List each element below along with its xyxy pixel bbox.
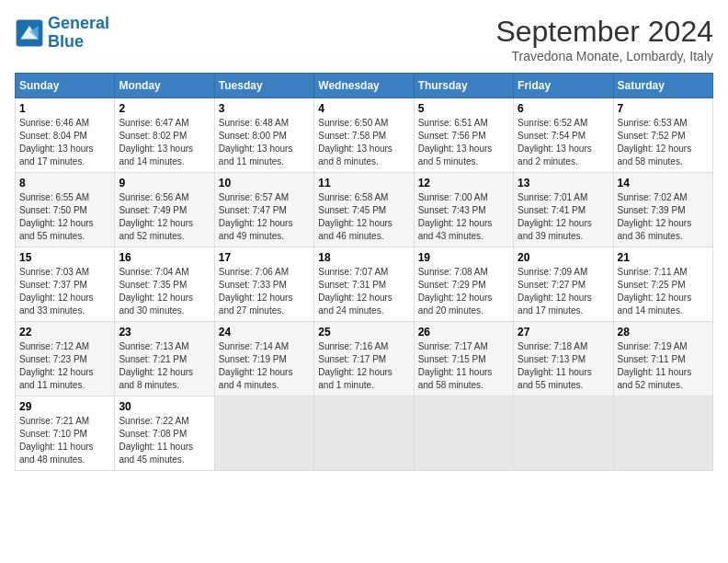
day-cell: 14Sunrise: 7:02 AMSunset: 7:39 PMDayligh… — [613, 173, 712, 247]
day-number: 11 — [318, 177, 409, 190]
day-info: Sunrise: 6:51 AMSunset: 7:56 PMDaylight:… — [418, 117, 509, 168]
day-cell: 6Sunrise: 6:52 AMSunset: 7:54 PMDaylight… — [514, 98, 613, 173]
calendar-table: SundayMondayTuesdayWednesdayThursdayFrid… — [15, 73, 713, 471]
title-block: September 2024 Travedona Monate, Lombard… — [495, 15, 713, 63]
day-number: 3 — [219, 102, 310, 115]
column-header-sunday: Sunday — [16, 74, 115, 98]
day-number: 29 — [19, 400, 110, 413]
day-cell: 29Sunrise: 7:21 AMSunset: 7:10 PMDayligh… — [16, 396, 115, 471]
column-header-tuesday: Tuesday — [214, 74, 313, 98]
column-header-thursday: Thursday — [414, 74, 513, 98]
day-info: Sunrise: 7:09 AMSunset: 7:27 PMDaylight:… — [518, 266, 609, 317]
day-cell: 19Sunrise: 7:08 AMSunset: 7:29 PMDayligh… — [414, 247, 513, 322]
day-info: Sunrise: 7:01 AMSunset: 7:41 PMDaylight:… — [518, 191, 609, 243]
day-info: Sunrise: 6:47 AMSunset: 8:02 PMDaylight:… — [119, 117, 210, 168]
day-number: 20 — [518, 251, 609, 264]
day-number: 2 — [119, 102, 210, 115]
day-number: 10 — [219, 177, 310, 190]
day-number: 26 — [418, 326, 509, 339]
page-title: September 2024 — [495, 15, 713, 49]
day-cell: 5Sunrise: 6:51 AMSunset: 7:56 PMDaylight… — [414, 98, 513, 173]
day-number: 16 — [119, 251, 210, 264]
day-number: 28 — [618, 326, 709, 339]
day-info: Sunrise: 7:00 AMSunset: 7:43 PMDaylight:… — [418, 191, 509, 243]
day-info: Sunrise: 7:18 AMSunset: 7:13 PMDaylight:… — [518, 340, 609, 392]
day-cell: 13Sunrise: 7:01 AMSunset: 7:41 PMDayligh… — [514, 173, 613, 247]
day-info: Sunrise: 7:11 AMSunset: 7:25 PMDaylight:… — [618, 266, 709, 317]
day-info: Sunrise: 6:48 AMSunset: 8:00 PMDaylight:… — [219, 117, 310, 168]
day-info: Sunrise: 6:46 AMSunset: 8:04 PMDaylight:… — [19, 117, 110, 168]
day-info: Sunrise: 7:21 AMSunset: 7:10 PMDaylight:… — [19, 415, 110, 466]
day-info: Sunrise: 6:52 AMSunset: 7:54 PMDaylight:… — [518, 117, 609, 168]
column-header-wednesday: Wednesday — [314, 74, 414, 98]
logo-line1: General — [48, 14, 109, 32]
day-number: 5 — [418, 102, 509, 115]
day-cell: 30Sunrise: 7:22 AMSunset: 7:08 PMDayligh… — [115, 396, 214, 471]
day-number: 21 — [618, 251, 709, 264]
day-number: 14 — [618, 177, 709, 190]
day-number: 17 — [219, 251, 310, 264]
week-row-4: 22Sunrise: 7:12 AMSunset: 7:23 PMDayligh… — [16, 322, 713, 396]
day-cell: 26Sunrise: 7:17 AMSunset: 7:15 PMDayligh… — [414, 322, 513, 396]
day-number: 27 — [518, 326, 609, 339]
day-cell: 24Sunrise: 7:14 AMSunset: 7:19 PMDayligh… — [214, 322, 313, 396]
day-cell: 21Sunrise: 7:11 AMSunset: 7:25 PMDayligh… — [613, 247, 712, 322]
day-number: 1 — [19, 102, 110, 115]
day-cell: 28Sunrise: 7:19 AMSunset: 7:11 PMDayligh… — [613, 322, 712, 396]
day-info: Sunrise: 7:03 AMSunset: 7:37 PMDaylight:… — [19, 266, 110, 317]
day-cell: 11Sunrise: 6:58 AMSunset: 7:45 PMDayligh… — [314, 173, 414, 247]
day-info: Sunrise: 6:57 AMSunset: 7:47 PMDaylight:… — [219, 191, 310, 243]
day-info: Sunrise: 6:56 AMSunset: 7:49 PMDaylight:… — [119, 191, 210, 243]
logo-icon — [15, 18, 44, 48]
day-number: 9 — [119, 177, 210, 190]
day-number: 15 — [19, 251, 110, 264]
day-cell: 12Sunrise: 7:00 AMSunset: 7:43 PMDayligh… — [414, 173, 513, 247]
day-info: Sunrise: 6:58 AMSunset: 7:45 PMDaylight:… — [318, 191, 409, 243]
week-row-2: 8Sunrise: 6:55 AMSunset: 7:50 PMDaylight… — [16, 173, 713, 247]
day-cell — [414, 396, 513, 471]
day-cell: 10Sunrise: 6:57 AMSunset: 7:47 PMDayligh… — [214, 173, 313, 247]
day-number: 30 — [119, 400, 210, 413]
calendar-header: SundayMondayTuesdayWednesdayThursdayFrid… — [16, 74, 713, 98]
day-info: Sunrise: 7:19 AMSunset: 7:11 PMDaylight:… — [618, 340, 709, 392]
day-number: 8 — [19, 177, 110, 190]
logo-text: General Blue — [48, 15, 109, 52]
logo: General Blue — [15, 15, 109, 52]
day-cell: 8Sunrise: 6:55 AMSunset: 7:50 PMDaylight… — [16, 173, 115, 247]
day-cell: 18Sunrise: 7:07 AMSunset: 7:31 PMDayligh… — [314, 247, 414, 322]
day-info: Sunrise: 7:12 AMSunset: 7:23 PMDaylight:… — [19, 340, 110, 392]
day-info: Sunrise: 7:16 AMSunset: 7:17 PMDaylight:… — [318, 340, 409, 392]
day-number: 24 — [219, 326, 310, 339]
column-header-saturday: Saturday — [613, 74, 712, 98]
day-cell: 20Sunrise: 7:09 AMSunset: 7:27 PMDayligh… — [514, 247, 613, 322]
day-cell: 4Sunrise: 6:50 AMSunset: 7:58 PMDaylight… — [314, 98, 414, 173]
day-info: Sunrise: 7:13 AMSunset: 7:21 PMDaylight:… — [119, 340, 210, 392]
column-header-monday: Monday — [115, 74, 214, 98]
day-cell: 22Sunrise: 7:12 AMSunset: 7:23 PMDayligh… — [16, 322, 115, 396]
day-info: Sunrise: 7:02 AMSunset: 7:39 PMDaylight:… — [618, 191, 709, 243]
day-cell — [314, 396, 414, 471]
day-info: Sunrise: 6:50 AMSunset: 7:58 PMDaylight:… — [318, 117, 409, 168]
day-number: 23 — [119, 326, 210, 339]
page-subtitle: Travedona Monate, Lombardy, Italy — [495, 49, 713, 63]
day-number: 22 — [19, 326, 110, 339]
day-info: Sunrise: 7:14 AMSunset: 7:19 PMDaylight:… — [219, 340, 310, 392]
day-number: 12 — [418, 177, 509, 190]
day-number: 13 — [518, 177, 609, 190]
day-cell: 25Sunrise: 7:16 AMSunset: 7:17 PMDayligh… — [314, 322, 414, 396]
day-cell — [613, 396, 712, 471]
day-info: Sunrise: 7:08 AMSunset: 7:29 PMDaylight:… — [418, 266, 509, 317]
day-info: Sunrise: 6:55 AMSunset: 7:50 PMDaylight:… — [19, 191, 110, 243]
day-cell: 7Sunrise: 6:53 AMSunset: 7:52 PMDaylight… — [613, 98, 712, 173]
day-cell: 2Sunrise: 6:47 AMSunset: 8:02 PMDaylight… — [115, 98, 214, 173]
day-info: Sunrise: 7:17 AMSunset: 7:15 PMDaylight:… — [418, 340, 509, 392]
header-row: SundayMondayTuesdayWednesdayThursdayFrid… — [16, 74, 713, 98]
day-cell: 23Sunrise: 7:13 AMSunset: 7:21 PMDayligh… — [115, 322, 214, 396]
day-cell: 27Sunrise: 7:18 AMSunset: 7:13 PMDayligh… — [514, 322, 613, 396]
day-cell: 3Sunrise: 6:48 AMSunset: 8:00 PMDaylight… — [214, 98, 313, 173]
day-cell — [214, 396, 313, 471]
day-cell: 15Sunrise: 7:03 AMSunset: 7:37 PMDayligh… — [16, 247, 115, 322]
day-cell: 9Sunrise: 6:56 AMSunset: 7:49 PMDaylight… — [115, 173, 214, 247]
day-number: 25 — [318, 326, 409, 339]
day-info: Sunrise: 7:07 AMSunset: 7:31 PMDaylight:… — [318, 266, 409, 317]
